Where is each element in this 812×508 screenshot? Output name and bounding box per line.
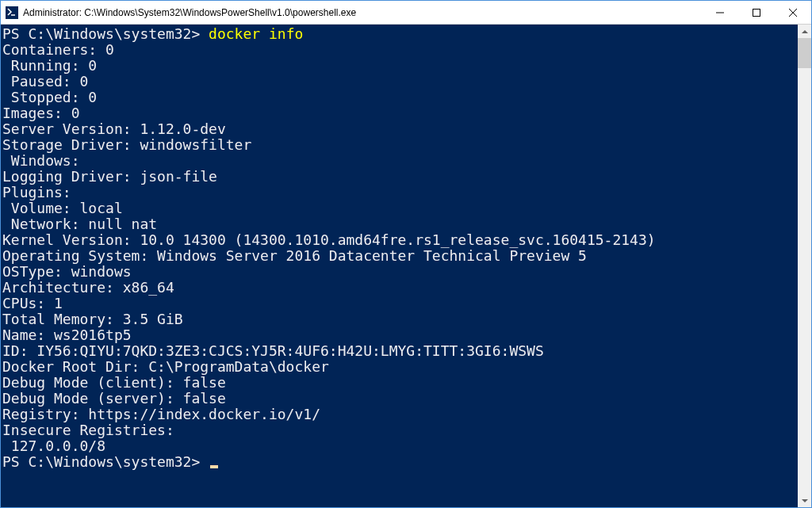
- output: Containers: 0 Running: 0 Paused: 0 Stopp…: [2, 41, 656, 454]
- window-title: Administrator: C:\Windows\System32\Windo…: [23, 7, 702, 18]
- cursor: [210, 465, 218, 468]
- command: docker info: [209, 25, 303, 42]
- terminal-area: PS C:\Windows\system32> docker info Cont…: [1, 25, 811, 507]
- prompt: PS C:\Windows\system32>: [2, 453, 209, 470]
- minimize-button[interactable]: [702, 1, 738, 24]
- terminal[interactable]: PS C:\Windows\system32> docker info Cont…: [1, 25, 798, 507]
- svg-rect-2: [753, 9, 760, 16]
- scroll-down-icon[interactable]: [798, 494, 811, 507]
- scroll-up-icon[interactable]: [798, 25, 811, 38]
- powershell-icon: [6, 6, 18, 19]
- maximize-button[interactable]: [738, 1, 775, 24]
- prompt: PS C:\Windows\system32>: [2, 25, 209, 42]
- scroll-track[interactable]: [798, 38, 811, 494]
- svg-rect-0: [6, 6, 18, 19]
- window-controls: [702, 1, 811, 24]
- scrollbar[interactable]: [798, 25, 811, 507]
- titlebar: Administrator: C:\Windows\System32\Windo…: [1, 1, 811, 25]
- close-button[interactable]: [775, 1, 811, 24]
- scroll-thumb[interactable]: [798, 38, 811, 68]
